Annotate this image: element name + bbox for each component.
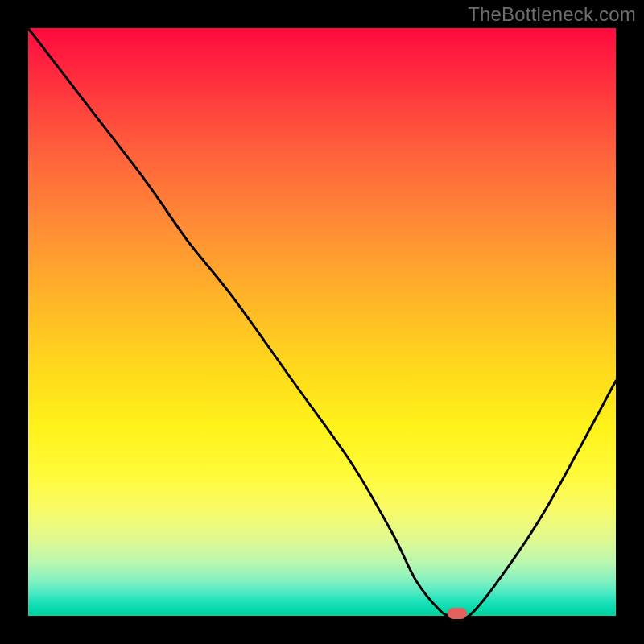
plot-area xyxy=(28,28,616,616)
bottleneck-marker xyxy=(448,608,467,619)
chart-container: TheBottleneck.com xyxy=(0,0,644,644)
watermark-text: TheBottleneck.com xyxy=(468,3,636,26)
bottleneck-curve xyxy=(28,28,616,616)
